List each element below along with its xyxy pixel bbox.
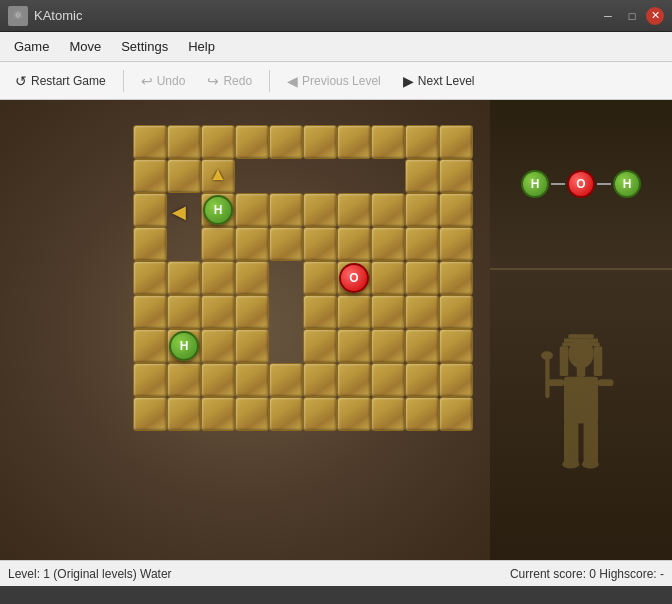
grid-cell: [337, 363, 371, 397]
prev-level-icon: ◀: [287, 73, 298, 89]
grid-cell: [439, 363, 473, 397]
grid-cell: [201, 329, 235, 363]
title-bar: ⚛ KAtomic ─ □ ✕: [0, 0, 672, 32]
grid-cell: [337, 295, 371, 329]
grid-cell: [235, 125, 269, 159]
menu-settings[interactable]: Settings: [111, 35, 178, 58]
grid-cell: [133, 227, 167, 261]
svg-rect-0: [568, 334, 594, 338]
svg-point-11: [541, 351, 553, 360]
grid-cell: [303, 227, 337, 261]
grid-cell: [405, 125, 439, 159]
grid-cell: [303, 397, 337, 431]
grid-cell: [371, 125, 405, 159]
grid-cell: [167, 295, 201, 329]
grid-cell: [167, 363, 201, 397]
grid-cell: [405, 227, 439, 261]
grid-cell: [269, 363, 303, 397]
grid-cell: [235, 227, 269, 261]
undo-icon: ↩: [141, 73, 153, 89]
game-area: HHO ▲◀ H O H: [0, 100, 672, 560]
prev-level-button[interactable]: ◀ Previous Level: [278, 68, 390, 94]
menu-bar: Game Move Settings Help: [0, 32, 672, 62]
redo-button[interactable]: ↪ Redo: [198, 68, 261, 94]
grid-cell: [133, 363, 167, 397]
maximize-button[interactable]: □: [622, 6, 642, 26]
next-level-button[interactable]: ▶ Next Level: [394, 68, 484, 94]
redo-icon: ↪: [207, 73, 219, 89]
close-button[interactable]: ✕: [646, 7, 664, 25]
grid-cell: [405, 193, 439, 227]
grid-cell: [439, 125, 473, 159]
grid-cell: [405, 295, 439, 329]
grid-cell: [439, 159, 473, 193]
status-score-info: Current score: 0 Highscore: -: [510, 567, 664, 581]
grid-cell: [371, 397, 405, 431]
grid-cell: [269, 397, 303, 431]
pharaoh-decoration: [531, 330, 631, 500]
grid-cell: [303, 125, 337, 159]
next-level-icon: ▶: [403, 73, 414, 89]
restart-icon: ↺: [15, 73, 27, 89]
grid-cell: [371, 295, 405, 329]
preview-bond-2: [597, 183, 611, 185]
grid-cell: [269, 193, 303, 227]
menu-game[interactable]: Game: [4, 35, 59, 58]
grid-cell: [337, 193, 371, 227]
menu-help[interactable]: Help: [178, 35, 225, 58]
atom-o1[interactable]: O: [339, 263, 369, 293]
preview-atom-h1: H: [521, 170, 549, 198]
toolbar-separator-2: [269, 70, 270, 92]
grid-cell: [303, 261, 337, 295]
grid-cell: [133, 125, 167, 159]
grid-cell: [201, 397, 235, 431]
menu-move[interactable]: Move: [59, 35, 111, 58]
grid-cell: [439, 329, 473, 363]
atom-h2[interactable]: H: [169, 331, 199, 361]
grid-cell: [303, 295, 337, 329]
grid-cell: [235, 363, 269, 397]
window-title: KAtomic: [34, 8, 82, 23]
minimize-button[interactable]: ─: [598, 6, 618, 26]
grid-cell: [337, 227, 371, 261]
grid-cell: [371, 193, 405, 227]
svg-rect-13: [584, 422, 598, 465]
grid-cell: [405, 397, 439, 431]
svg-rect-6: [577, 367, 586, 377]
grid-cell: [371, 227, 405, 261]
grid-cell: [439, 193, 473, 227]
app-icon: ⚛: [8, 6, 28, 26]
grid-cell: [133, 193, 167, 227]
grid-cell: [371, 329, 405, 363]
atom-h1[interactable]: H: [203, 195, 233, 225]
toolbar-separator-1: [123, 70, 124, 92]
grid-cell: [405, 363, 439, 397]
status-level-info: Level: 1 (Original levels) Water: [8, 567, 510, 581]
svg-point-14: [562, 460, 579, 469]
toolbar: ↺ Restart Game ↩ Undo ↪ Redo ◀ Previous …: [0, 62, 672, 100]
grid-cell: [235, 329, 269, 363]
restart-button[interactable]: ↺ Restart Game: [6, 68, 115, 94]
svg-rect-9: [598, 379, 613, 386]
grid-cell: [235, 261, 269, 295]
arrow-left: ◀: [172, 201, 186, 223]
grid-cell: [439, 295, 473, 329]
undo-button[interactable]: ↩ Undo: [132, 68, 195, 94]
molecule-preview: H O H: [490, 100, 672, 270]
grid-cell: [337, 397, 371, 431]
grid-cell: [167, 159, 201, 193]
svg-rect-3: [560, 346, 569, 376]
preview-atom-h2: H: [613, 170, 641, 198]
grid-cell: [133, 159, 167, 193]
title-bar-controls: ─ □ ✕: [598, 6, 664, 26]
preview-bond-1: [551, 183, 565, 185]
grid-cell: [337, 329, 371, 363]
grid-cell: [269, 125, 303, 159]
grid-cell: [201, 363, 235, 397]
board-container[interactable]: HHO ▲◀: [0, 100, 490, 560]
right-panel: H O H: [490, 100, 672, 560]
title-bar-left: ⚛ KAtomic: [8, 6, 82, 26]
grid-cell: [439, 261, 473, 295]
svg-point-5: [568, 339, 594, 368]
svg-rect-4: [594, 346, 603, 376]
